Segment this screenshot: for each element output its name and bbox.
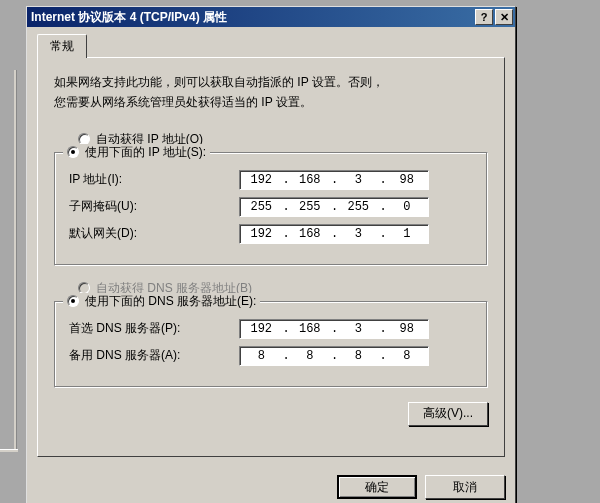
advanced-row: 高级(V)...	[54, 402, 488, 426]
close-button[interactable]: ✕	[495, 9, 513, 25]
radio-manual-ip-label: 使用下面的 IP 地址(S):	[85, 144, 206, 161]
tabpanel-general: 如果网络支持此功能，则可以获取自动指派的 IP 设置。否则， 您需要从网络系统管…	[37, 57, 505, 457]
alt-dns-input[interactable]: 8. 8. 8. 8	[239, 346, 429, 366]
pref-dns-row: 首选 DNS 服务器(P): 192. 168. 3. 98	[69, 319, 473, 339]
radio-manual-ip-row[interactable]: 使用下面的 IP 地址(S):	[63, 144, 210, 161]
radio-manual-dns-row[interactable]: 使用下面的 DNS 服务器地址(E):	[63, 293, 260, 310]
ok-button[interactable]: 确定	[337, 475, 417, 499]
cancel-button[interactable]: 取消	[425, 475, 505, 499]
radio-manual-dns[interactable]	[67, 295, 79, 307]
ip-address-input[interactable]: 192. 168. 3. 98	[239, 170, 429, 190]
subnet-mask-label: 子网掩码(U):	[69, 198, 239, 215]
tab-general[interactable]: 常规	[37, 34, 87, 58]
dialog-footer: 确定 取消	[27, 467, 515, 503]
subnet-mask-row: 子网掩码(U): 255. 255. 255. 0	[69, 197, 473, 217]
radio-manual-ip[interactable]	[67, 146, 79, 158]
advanced-button[interactable]: 高级(V)...	[408, 402, 488, 426]
window-title: Internet 协议版本 4 (TCP/IPv4) 属性	[31, 9, 473, 26]
tabstrip: 常规	[37, 33, 505, 57]
pref-dns-label: 首选 DNS 服务器(P):	[69, 320, 239, 337]
help-button[interactable]: ?	[475, 9, 493, 25]
ip-address-row: IP 地址(I): 192. 168. 3. 98	[69, 170, 473, 190]
dns-groupbox: 使用下面的 DNS 服务器地址(E): 首选 DNS 服务器(P): 192. …	[54, 301, 488, 388]
gateway-row: 默认网关(D): 192. 168. 3. 1	[69, 224, 473, 244]
gateway-label: 默认网关(D):	[69, 225, 239, 242]
description-text: 如果网络支持此功能，则可以获取自动指派的 IP 设置。否则， 您需要从网络系统管…	[54, 72, 488, 113]
radio-manual-dns-label: 使用下面的 DNS 服务器地址(E):	[85, 293, 256, 310]
pref-dns-input[interactable]: 192. 168. 3. 98	[239, 319, 429, 339]
alt-dns-label: 备用 DNS 服务器(A):	[69, 347, 239, 364]
tcpip-properties-dialog: Internet 协议版本 4 (TCP/IPv4) 属性 ? ✕ 常规 如果网…	[26, 6, 516, 503]
titlebar[interactable]: Internet 协议版本 4 (TCP/IPv4) 属性 ? ✕	[27, 7, 515, 27]
ip-groupbox: 使用下面的 IP 地址(S): IP 地址(I): 192. 168. 3. 9…	[54, 152, 488, 266]
alt-dns-row: 备用 DNS 服务器(A): 8. 8. 8. 8	[69, 346, 473, 366]
client-area: 常规 如果网络支持此功能，则可以获取自动指派的 IP 设置。否则， 您需要从网络…	[27, 27, 515, 467]
subnet-mask-input[interactable]: 255. 255. 255. 0	[239, 197, 429, 217]
gateway-input[interactable]: 192. 168. 3. 1	[239, 224, 429, 244]
ip-address-label: IP 地址(I):	[69, 171, 239, 188]
